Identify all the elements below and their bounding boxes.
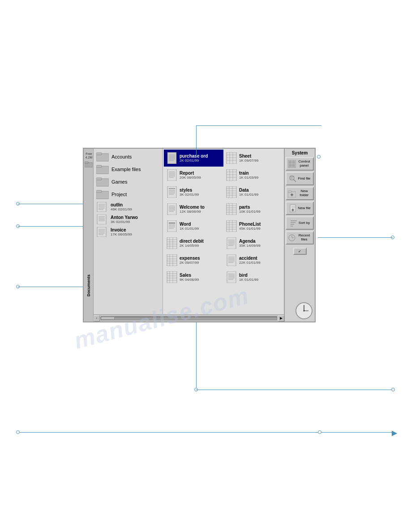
svg-rect-27 [167, 152, 176, 164]
folder-item[interactable]: Project [94, 188, 163, 201]
scroll-track[interactable] [101, 317, 277, 320]
file-item-purchase-ord[interactable]: purchase ord 2K 02/01/99 [164, 150, 223, 167]
annotation-dot-bfull-right [318, 430, 321, 434]
file-item-data[interactable]: Data 1K 01/01/99 [223, 184, 283, 201]
annotation-hline-left-1 [18, 204, 83, 204]
control-panel-icon [288, 160, 296, 168]
svg-rect-97 [227, 237, 236, 249]
file-icon-outlin [95, 202, 108, 212]
file-meta-phonelist: 45K 01/01/99 [239, 227, 261, 231]
annotation-dot-bottom-right [391, 388, 395, 391]
right-sidebar: System Control panel Find [284, 149, 315, 322]
file-name-phonelist: PhoneList [239, 222, 261, 227]
scroll-left-button[interactable]: ◦ [94, 315, 100, 322]
file-item-sheet[interactable]: Sheet 1K 09/07/99 [223, 150, 283, 167]
file-name-data: Data [239, 188, 258, 193]
folder-item[interactable]: Games [94, 176, 163, 188]
control-panel-button[interactable]: Control panel [286, 157, 314, 171]
file-info-agenda: Agenda 35K 14/09/99 [239, 239, 261, 248]
folder-name-accounts: Accounts [111, 154, 132, 159]
file-icon-phonelist [226, 220, 237, 232]
file-item-report[interactable]: Report 20K 06/05/99 [164, 167, 223, 184]
file-icon-train [226, 169, 237, 181]
file-item-word[interactable]: Word 1K 01/01/99 [164, 218, 223, 235]
new-file-button[interactable]: New file [286, 202, 314, 215]
file-meta-accident: 22K 01/01/99 [239, 261, 261, 265]
file-item-bird[interactable]: bird 1K 01/01/99 [223, 269, 283, 286]
file-item-styles[interactable]: styles 3K 02/01/99 [164, 184, 223, 201]
new-file-label: New file [298, 206, 310, 210]
folder-item[interactable]: Example files [94, 163, 163, 176]
documents-tab-label: Documents [86, 275, 91, 296]
svg-rect-116 [167, 271, 177, 283]
annotation-hline-bottom-full [18, 432, 393, 433]
file-name-welcome: Welcome to [180, 205, 205, 210]
file-item-outlin[interactable]: outlin 49K 02/01/99 [94, 201, 163, 213]
file-icon-purchase [166, 152, 178, 164]
annotation-hline-left-2 [18, 226, 83, 227]
svg-rect-123 [227, 271, 236, 283]
file-name-styles: styles [180, 188, 199, 193]
file-info-welcome: Welcome to 12K 08/06/99 [180, 205, 205, 214]
annotation-vline-bottom [196, 322, 197, 390]
folder-name-games: Games [111, 179, 127, 184]
scroll-thumb[interactable] [101, 317, 115, 320]
folder-icon-games [96, 177, 109, 187]
file-item-expenses[interactable]: expenses 2K 09/07/99 [164, 252, 223, 269]
file-item-invoice[interactable]: Invoice 17K 06/05/99 [94, 226, 163, 238]
file-item-train[interactable]: train 1K 01/03/99 [223, 167, 283, 184]
ok-button[interactable]: ✓ [293, 248, 307, 255]
annotation-hline-right [318, 237, 393, 238]
scroll-right-button[interactable]: ▶ [278, 315, 284, 322]
folder-item[interactable]: Accounts [94, 150, 163, 163]
svg-rect-7 [96, 178, 102, 180]
recent-files-button[interactable]: Recent files [286, 231, 314, 245]
file-name-anton: Anton Yarwo [111, 215, 138, 220]
file-icon-welcome [166, 203, 178, 215]
file-name-train: train [239, 171, 258, 176]
file-name-directdebit: direct debit [180, 239, 204, 244]
svg-rect-3 [96, 153, 102, 155]
svg-rect-9 [96, 190, 102, 193]
file-item-welcome[interactable]: Welcome to 12K 08/06/99 [164, 201, 223, 218]
file-item-phonelist[interactable]: PhoneList 45K 01/01/99 [223, 218, 283, 235]
sort-by-button[interactable]: Sort by [286, 216, 314, 230]
arrow-right-icon: ▶ [392, 429, 397, 437]
file-info-train: train 1K 01/03/99 [239, 171, 258, 180]
file-item-sales[interactable]: Sales 9K 04/06/99 [164, 269, 223, 286]
file-meta-agenda: 35K 14/09/99 [239, 244, 261, 248]
file-manager-window: Free 4.2M Documents Accounts [83, 148, 316, 322]
annotation-dot-top-right [317, 155, 321, 159]
file-info-sales: Sales 9K 04/06/99 [180, 273, 199, 282]
file-item-accident[interactable]: accident 22K 01/01/99 [223, 252, 283, 269]
file-name-expenses: expenses [180, 256, 200, 261]
svg-rect-57 [227, 186, 236, 198]
bottom-scrollbar: ◦ ▶ [94, 314, 284, 322]
svg-rect-70 [227, 203, 236, 215]
file-name-accident: accident [239, 256, 261, 261]
file-icon-anton [95, 215, 108, 224]
file-item-anton[interactable]: Anton Yarwo 3K 02/01/99 [94, 213, 163, 226]
file-meta-welcome: 12K 08/06/99 [180, 210, 205, 214]
file-name-purchase: purchase ord [180, 154, 208, 159]
folder-icon-accounts [96, 152, 109, 162]
svg-rect-5 [96, 165, 102, 167]
new-folder-button[interactable]: New folder [286, 187, 314, 200]
sort-by-label: Sort by [299, 221, 310, 225]
file-meta-train: 1K 01/03/99 [239, 176, 258, 180]
files-panel: purchase ord 2K 02/01/99 Sheet 1K 09/07/… [163, 149, 284, 322]
file-item-agenda[interactable]: Agenda 35K 14/09/99 [223, 235, 283, 252]
find-file-button[interactable]: Find file [286, 172, 314, 185]
file-info-directdebit: direct debit 2K 14/05/99 [180, 239, 204, 248]
file-meta-styles: 3K 02/01/99 [180, 193, 199, 197]
file-item-directdebit[interactable]: direct debit 2K 14/05/99 [164, 235, 223, 252]
file-name-agenda: Agenda [239, 239, 261, 244]
file-item-parts[interactable]: parts 10K 01/01/99 [223, 201, 283, 218]
svg-rect-132 [289, 164, 291, 167]
file-meta-bird: 1K 01/01/99 [239, 278, 258, 282]
file-info-accident: accident 22K 01/01/99 [239, 256, 261, 265]
svg-rect-103 [167, 254, 177, 266]
file-meta-anton: 3K 02/01/99 [111, 220, 138, 224]
file-name-parts: parts [239, 205, 261, 210]
documents-tab[interactable]: Documents [84, 268, 94, 304]
